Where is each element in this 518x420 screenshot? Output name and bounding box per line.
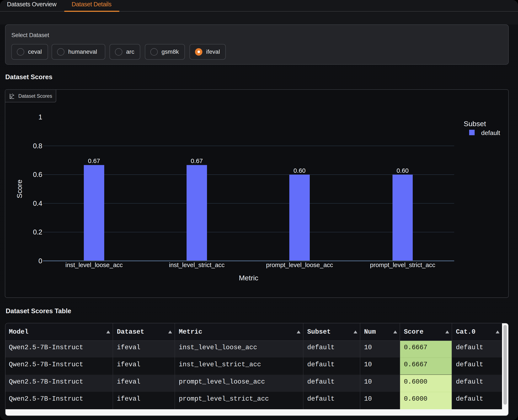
svg-text:0.67: 0.67 xyxy=(191,157,203,164)
svg-text:0.60: 0.60 xyxy=(397,167,408,174)
svg-text:Metric: Metric xyxy=(239,274,258,282)
svg-text:inst_level_loose_acc: inst_level_loose_acc xyxy=(66,261,123,268)
svg-text:prompt_level_strict_acc: prompt_level_strict_acc xyxy=(370,261,435,268)
svg-text:Subset: Subset xyxy=(464,120,486,128)
svg-text:0.4: 0.4 xyxy=(33,199,42,207)
svg-text:0.6: 0.6 xyxy=(33,171,42,178)
svg-text:0.67: 0.67 xyxy=(88,157,100,164)
svg-text:1: 1 xyxy=(38,113,42,121)
svg-text:0.2: 0.2 xyxy=(33,228,42,236)
svg-text:Score: Score xyxy=(15,180,23,198)
svg-text:0.60: 0.60 xyxy=(294,167,305,174)
svg-text:0.8: 0.8 xyxy=(33,142,42,150)
svg-text:0: 0 xyxy=(38,257,42,265)
svg-text:default: default xyxy=(481,129,500,136)
svg-text:prompt_level_loose_acc: prompt_level_loose_acc xyxy=(266,261,333,268)
svg-text:inst_level_strict_acc: inst_level_strict_acc xyxy=(169,261,225,268)
